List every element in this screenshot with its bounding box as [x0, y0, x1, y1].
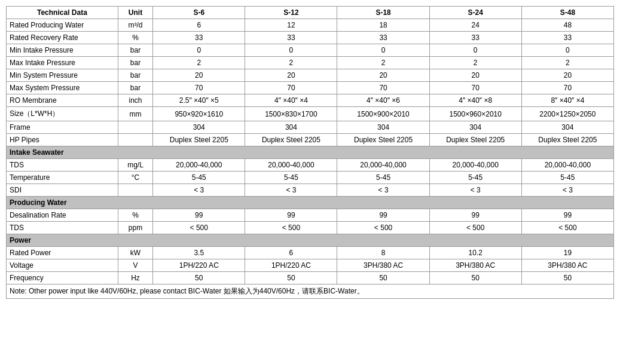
row-value: 70	[337, 82, 429, 94]
row-value: 20,000-40,000	[337, 159, 429, 172]
row-unit: bar	[118, 82, 152, 94]
section-header-row: Producing Water	[7, 197, 614, 209]
row-value: 4″ ×40″ ×8	[429, 94, 521, 107]
row-label: Desalination Rate	[7, 209, 118, 222]
row-value: 12	[245, 19, 337, 32]
section-header-label: Power	[7, 234, 614, 247]
table-row: TDSppm< 500< 500< 500< 500< 500	[7, 222, 614, 234]
row-unit: kW	[118, 247, 152, 259]
row-value: 3.5	[153, 247, 245, 259]
row-value: 5-45	[153, 172, 245, 184]
row-value: 4″ ×40″ ×4	[245, 94, 337, 107]
row-unit: V	[118, 259, 152, 272]
row-value: 33	[245, 32, 337, 44]
row-value: < 500	[337, 222, 429, 234]
row-value: 99	[429, 209, 521, 222]
row-value: 70	[521, 82, 613, 94]
row-unit	[118, 121, 152, 134]
row-unit: bar	[118, 69, 152, 82]
row-value: 2	[245, 57, 337, 69]
row-unit: ppm	[118, 222, 152, 234]
row-unit: Hz	[118, 272, 152, 285]
table-row: Frame304304304304304	[7, 121, 614, 134]
row-value: 70	[153, 82, 245, 94]
row-label: Rated Recovery Rate	[7, 32, 118, 44]
row-value: 20	[245, 69, 337, 82]
row-value: 8″ ×40″ ×4	[521, 94, 613, 107]
section-header-label: Producing Water	[7, 197, 614, 209]
table-row: Max Intake Pressurebar22222	[7, 57, 614, 69]
row-label: Size（L*W*H）	[7, 107, 118, 121]
section-header-row: Intake Seawater	[7, 146, 614, 159]
row-value: 2200×1250×2050	[521, 107, 613, 121]
row-value: 6	[153, 19, 245, 32]
row-value: 2	[429, 57, 521, 69]
technical-data-table: Technical Data Unit S-6 S-12 S-18 S-24 S…	[6, 6, 614, 299]
row-label: Max Intake Pressure	[7, 57, 118, 69]
row-value: < 3	[521, 184, 613, 197]
row-value: 2	[521, 57, 613, 69]
header-s18: S-18	[337, 7, 429, 19]
row-value: 50	[521, 272, 613, 285]
row-label: Voltage	[7, 259, 118, 272]
header-unit: Unit	[118, 7, 152, 19]
table-row: Min System Pressurebar2020202020	[7, 69, 614, 82]
header-s12: S-12	[245, 7, 337, 19]
row-value: 99	[245, 209, 337, 222]
row-value: 70	[429, 82, 521, 94]
header-s48: S-48	[521, 7, 613, 19]
row-value: 20	[429, 69, 521, 82]
row-value: 33	[153, 32, 245, 44]
table-row: VoltageV1PH/220 AC1PH/220 AC3PH/380 AC3P…	[7, 259, 614, 272]
row-value: 0	[429, 44, 521, 57]
row-label: Rated Producing Water	[7, 19, 118, 32]
row-value: 20,000-40,000	[153, 159, 245, 172]
row-value: 304	[245, 121, 337, 134]
row-unit	[118, 184, 152, 197]
row-label: HP Pipes	[7, 134, 118, 146]
row-label: RO Membrane	[7, 94, 118, 107]
row-label: Rated Power	[7, 247, 118, 259]
row-label: Max System Pressure	[7, 82, 118, 94]
row-unit: inch	[118, 94, 152, 107]
row-value: 1500×830×1700	[245, 107, 337, 121]
row-value: 3PH/380 AC	[429, 259, 521, 272]
row-value: 33	[337, 32, 429, 44]
table-row: SDI< 3< 3< 3< 3< 3	[7, 184, 614, 197]
row-value: 50	[429, 272, 521, 285]
row-unit: mm	[118, 107, 152, 121]
row-value: 33	[521, 32, 613, 44]
row-value: 50	[153, 272, 245, 285]
row-value: 0	[153, 44, 245, 57]
row-value: 20	[153, 69, 245, 82]
row-value: 0	[337, 44, 429, 57]
table-row: Min Intake Pressurebar00000	[7, 44, 614, 57]
section-header-row: Power	[7, 234, 614, 247]
row-value: 2	[337, 57, 429, 69]
row-unit: bar	[118, 44, 152, 57]
table-row: FrequencyHz5050505050	[7, 272, 614, 285]
row-value: 33	[429, 32, 521, 44]
row-label: Temperature	[7, 172, 118, 184]
row-value: 48	[521, 19, 613, 32]
row-value: 20	[521, 69, 613, 82]
row-value: 304	[521, 121, 613, 134]
row-value: 5-45	[521, 172, 613, 184]
row-label: Frequency	[7, 272, 118, 285]
header-s6: S-6	[153, 7, 245, 19]
row-value: 50	[337, 272, 429, 285]
row-value: 304	[337, 121, 429, 134]
row-value: < 500	[429, 222, 521, 234]
row-value: 5-45	[245, 172, 337, 184]
row-label: Frame	[7, 121, 118, 134]
row-value: 3PH/380 AC	[521, 259, 613, 272]
row-value: 3PH/380 AC	[337, 259, 429, 272]
row-value: < 3	[153, 184, 245, 197]
note-row: Note: Other power input like 440V/60Hz, …	[7, 285, 614, 299]
table-row: Rated PowerkW3.56810.219	[7, 247, 614, 259]
row-label: TDS	[7, 222, 118, 234]
row-value: 0	[521, 44, 613, 57]
header-s24: S-24	[429, 7, 521, 19]
row-value: Duplex Steel 2205	[337, 134, 429, 146]
row-value: 1PH/220 AC	[245, 259, 337, 272]
